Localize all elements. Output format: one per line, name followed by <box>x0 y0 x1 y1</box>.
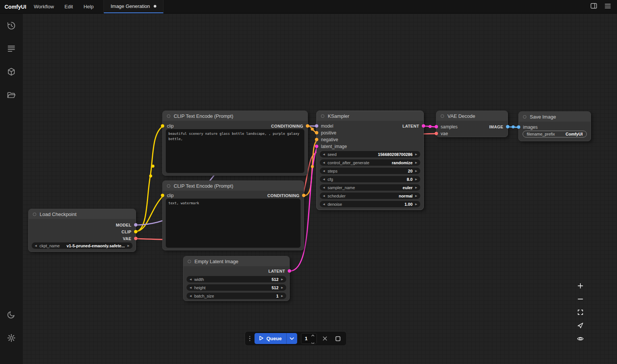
collapse-dot[interactable] <box>33 213 36 216</box>
stop-icon[interactable] <box>333 333 342 344</box>
node-load-checkpoint[interactable]: Load Checkpoint MODEL CLIP VAE ◀ ckpt_na… <box>28 209 136 252</box>
menu-help[interactable]: Help <box>83 4 94 9</box>
port-clip-output[interactable] <box>134 230 137 233</box>
next-arrow-icon[interactable]: ▶ <box>128 242 130 249</box>
next-arrow-icon[interactable]: ▶ <box>415 201 417 207</box>
next-arrow-icon[interactable]: ▶ <box>415 176 417 182</box>
port-images-input[interactable] <box>517 125 520 129</box>
next-arrow-icon[interactable]: ▶ <box>281 284 283 291</box>
port-model-output[interactable] <box>134 223 137 227</box>
tab-image-generation[interactable]: Image Generation <box>104 0 164 13</box>
next-arrow-icon[interactable]: ▶ <box>415 168 417 174</box>
workflows-folder-icon[interactable] <box>6 89 17 101</box>
batch-count-stepper[interactable]: 1 <box>301 333 317 344</box>
menu-workflow[interactable]: Workflow <box>34 4 54 9</box>
port-conditioning-output[interactable] <box>306 124 309 128</box>
next-arrow-icon[interactable]: ▶ <box>281 276 283 282</box>
node-header[interactable]: VAE Decode <box>437 111 507 121</box>
port-clip-input[interactable] <box>161 124 164 128</box>
node-header[interactable]: Save Image <box>519 112 591 122</box>
prev-arrow-icon[interactable]: ◀ <box>323 201 325 207</box>
node-header[interactable]: KSampler <box>317 111 423 121</box>
next-arrow-icon[interactable]: ▶ <box>415 184 417 191</box>
clear-queue-icon[interactable] <box>321 333 330 344</box>
toggle-visibility-eye-icon[interactable] <box>574 333 586 344</box>
theme-moon-icon[interactable] <box>6 309 17 320</box>
widget-filename-prefix[interactable]: filename_prefix ComfyUI <box>523 131 587 137</box>
history-icon[interactable] <box>6 20 17 31</box>
collapse-dot[interactable] <box>167 184 170 188</box>
collapse-dot[interactable] <box>441 114 444 118</box>
stepper-up-icon[interactable] <box>311 333 315 338</box>
widget-height[interactable]: ◀ height 512 ▶ <box>187 284 286 291</box>
prev-arrow-icon[interactable]: ◀ <box>190 293 191 299</box>
hamburger-menu-icon[interactable] <box>605 3 611 10</box>
port-latent-output[interactable] <box>422 124 425 128</box>
collapse-dot[interactable] <box>167 114 170 118</box>
node-header[interactable]: CLIP Text Encode (Prompt) <box>163 111 307 121</box>
widget-batch-size[interactable]: ◀ batch_size 1 ▶ <box>187 293 286 299</box>
port-positive-input[interactable] <box>315 131 318 134</box>
node-header[interactable]: Load Checkpoint <box>29 209 136 219</box>
port-clip-input[interactable] <box>161 194 164 197</box>
widget-denoise[interactable]: ◀ denoise 1.00 ▶ <box>320 201 420 207</box>
prev-arrow-icon[interactable]: ◀ <box>323 159 325 166</box>
menu-edit[interactable]: Edit <box>65 4 73 9</box>
widget-control-after-generate[interactable]: ◀ control_after_generate randomize ▶ <box>320 159 420 166</box>
next-arrow-icon[interactable]: ▶ <box>415 193 417 199</box>
prompt-textarea[interactable]: beautiful scenery nature glass bottle la… <box>166 129 304 173</box>
drag-handle-icon[interactable] <box>249 336 251 341</box>
prev-arrow-icon[interactable]: ◀ <box>323 168 325 174</box>
prev-arrow-icon[interactable]: ◀ <box>190 284 191 291</box>
node-clip-text-encode-positive[interactable]: CLIP Text Encode (Prompt) clip CONDITION… <box>162 111 308 176</box>
collapse-dot[interactable] <box>321 114 324 118</box>
zoom-out-icon[interactable] <box>574 293 586 305</box>
port-vae-input[interactable] <box>435 132 438 135</box>
port-conditioning-output[interactable] <box>302 194 305 197</box>
node-vae-decode[interactable]: VAE Decode samples vae IMAGE <box>436 111 508 137</box>
prev-arrow-icon[interactable]: ◀ <box>323 193 325 199</box>
prev-arrow-icon[interactable]: ◀ <box>35 242 37 249</box>
widget-seed[interactable]: ◀ seed 156680208700286 ▶ <box>320 151 420 157</box>
widget-steps[interactable]: ◀ steps 20 ▶ <box>320 168 420 174</box>
prev-arrow-icon[interactable]: ◀ <box>323 151 325 157</box>
widget-cfg[interactable]: ◀ cfg 8.0 ▶ <box>320 176 420 182</box>
port-vae-output[interactable] <box>134 237 137 240</box>
node-clip-text-encode-negative[interactable]: CLIP Text Encode (Prompt) clip CONDITION… <box>162 180 304 250</box>
stepper-down-icon[interactable] <box>311 339 315 344</box>
prev-arrow-icon[interactable]: ◀ <box>323 184 325 191</box>
next-arrow-icon[interactable]: ▶ <box>415 159 417 166</box>
collapse-dot[interactable] <box>188 260 191 263</box>
widget-scheduler[interactable]: ◀ scheduler normal ▶ <box>320 193 420 199</box>
port-samples-input[interactable] <box>435 125 438 128</box>
prev-arrow-icon[interactable]: ◀ <box>323 176 325 182</box>
node-ksampler[interactable]: KSampler model positive negative latent_… <box>316 111 424 210</box>
fit-view-icon[interactable] <box>574 307 586 318</box>
port-model-input[interactable] <box>315 124 318 128</box>
port-image-output[interactable] <box>506 125 509 128</box>
prev-arrow-icon[interactable]: ◀ <box>190 276 191 282</box>
widget-ckpt-name[interactable]: ◀ ckpt_name v1-5-pruned-emaonly.safete..… <box>32 242 133 249</box>
port-negative-input[interactable] <box>315 138 318 141</box>
queue-dropdown-caret[interactable] <box>286 333 297 344</box>
next-arrow-icon[interactable]: ▶ <box>415 151 417 157</box>
panel-toggle-icon[interactable] <box>591 3 597 11</box>
collapse-dot[interactable] <box>523 115 526 119</box>
port-label-latent: LATENT <box>268 268 285 274</box>
node-save-image[interactable]: Save Image images filename_prefix ComfyU… <box>518 111 591 141</box>
widget-sampler-name[interactable]: ◀ sampler_name euler ▶ <box>320 184 420 191</box>
zoom-in-icon[interactable] <box>574 280 586 292</box>
queue-list-icon[interactable] <box>6 43 17 54</box>
queue-button[interactable]: Queue <box>255 333 297 344</box>
next-arrow-icon[interactable]: ▶ <box>281 293 283 299</box>
port-latent-output[interactable] <box>288 269 291 273</box>
model-library-icon[interactable] <box>6 66 17 77</box>
port-latent-image-input[interactable] <box>315 145 318 148</box>
widget-width[interactable]: ◀ width 512 ▶ <box>187 276 286 282</box>
node-empty-latent-image[interactable]: Empty Latent Image LATENT ◀ width 512 ▶ … <box>183 256 290 301</box>
node-header[interactable]: CLIP Text Encode (Prompt) <box>163 181 304 191</box>
settings-gear-icon[interactable] <box>6 332 17 344</box>
select-mode-icon[interactable] <box>574 320 586 331</box>
node-header[interactable]: Empty Latent Image <box>184 256 289 266</box>
prompt-textarea[interactable]: text, watermark <box>166 199 301 248</box>
